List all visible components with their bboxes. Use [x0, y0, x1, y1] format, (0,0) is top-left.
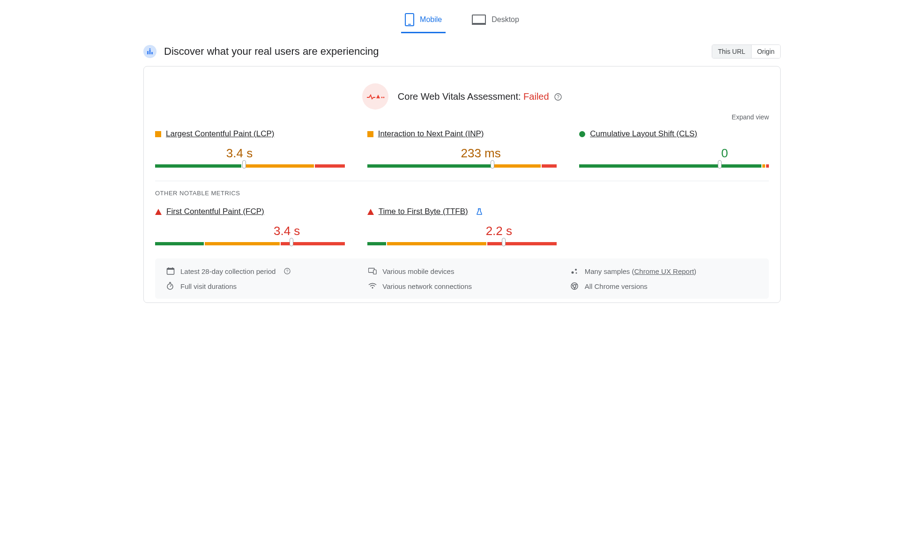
footer-durations: Full visit durations [180, 282, 237, 290]
status-good-icon [579, 131, 585, 137]
percentile-marker [242, 160, 246, 169]
svg-rect-4 [147, 51, 149, 54]
flask-icon [476, 208, 483, 215]
tab-mobile-label: Mobile [420, 15, 442, 24]
bar-needs-improvement [242, 164, 313, 168]
desktop-icon [472, 15, 486, 25]
help-icon[interactable]: ? [554, 93, 562, 101]
bar-good [155, 164, 241, 168]
assessment-status: Failed [523, 91, 549, 102]
footer-samples: Many samples (Chrome UX Report) [585, 267, 696, 275]
metric-fcp-bar [155, 240, 345, 245]
status-fail-icon [367, 209, 374, 215]
scope-toggle: This URL Origin [712, 44, 781, 59]
svg-rect-7 [151, 52, 153, 54]
bar-good [367, 242, 386, 245]
devices-icon [368, 267, 377, 275]
divider [155, 181, 769, 181]
stopwatch-icon [166, 282, 175, 290]
calendar-icon [166, 267, 175, 275]
status-warn-icon [155, 131, 161, 137]
page-title: Discover what your real users are experi… [164, 45, 379, 58]
metric-lcp-name[interactable]: Largest Contentful Paint (LCP) [166, 129, 275, 139]
tab-mobile[interactable]: Mobile [401, 8, 446, 33]
bar-needs-improvement [492, 164, 541, 168]
bar-poor [315, 164, 345, 168]
svg-point-9 [381, 97, 382, 98]
svg-rect-21 [373, 270, 376, 274]
crux-report-link[interactable]: Chrome UX Report [634, 267, 694, 275]
svg-point-22 [571, 272, 574, 274]
svg-rect-1 [408, 24, 411, 25]
other-metrics-label: Other Notable Metrics [155, 190, 769, 197]
metric-lcp-value: 3.4 s [164, 146, 353, 161]
scope-this-url[interactable]: This URL [712, 45, 751, 58]
metric-fcp: First Contentful Paint (FCP) 3.4 s [155, 207, 345, 245]
svg-rect-5 [149, 50, 151, 54]
metric-inp: Interaction to Next Paint (INP) 233 ms [367, 129, 557, 168]
metric-fcp-value: 3.4 s [164, 224, 353, 238]
svg-rect-3 [472, 23, 486, 25]
svg-marker-8 [376, 95, 380, 98]
footer-devices: Various mobile devices [382, 267, 454, 275]
svg-point-23 [575, 269, 577, 271]
metric-ttfb-value: 2.2 s [376, 224, 566, 238]
svg-point-6 [149, 48, 151, 50]
tab-desktop[interactable]: Desktop [468, 8, 523, 33]
bar-good [367, 164, 491, 168]
tab-desktop-label: Desktop [492, 15, 519, 24]
expand-view-button[interactable]: Expand view [155, 113, 769, 121]
status-fail-icon [155, 209, 162, 215]
footer-network: Various network connections [382, 282, 472, 290]
bar-poor [542, 164, 557, 168]
assessment-text: Core Web Vitals Assessment: Failed ? [398, 91, 562, 102]
metric-lcp: Largest Contentful Paint (LCP) 3.4 s [155, 129, 345, 168]
field-data-footer: Latest 28-day collection period ? Variou… [155, 258, 769, 299]
assessment-status-icon [362, 83, 388, 110]
metric-cls-name[interactable]: Cumulative Layout Shift (CLS) [590, 129, 697, 139]
scatter-icon [571, 267, 579, 275]
percentile-marker [502, 238, 506, 246]
metric-lcp-bar [155, 162, 345, 168]
metric-inp-bar [367, 162, 557, 168]
metric-ttfb-name[interactable]: Time to First Byte (TTFB) [379, 207, 468, 216]
svg-point-28 [372, 287, 373, 288]
metric-ttfb: Time to First Byte (TTFB) 2.2 s [367, 207, 557, 245]
field-data-card: Core Web Vitals Assessment: Failed ? Exp… [143, 66, 781, 303]
crux-logo-icon [143, 45, 156, 58]
percentile-marker [718, 160, 722, 169]
svg-rect-17 [172, 267, 173, 269]
bar-needs-improvement [205, 242, 280, 245]
bar-good [155, 242, 204, 245]
metric-fcp-name[interactable]: First Contentful Paint (FCP) [166, 207, 264, 216]
percentile-marker [491, 160, 494, 169]
help-icon[interactable]: ? [284, 268, 291, 274]
bar-needs-improvement [387, 242, 486, 245]
svg-rect-26 [169, 282, 171, 283]
svg-rect-2 [472, 15, 485, 23]
mobile-icon [405, 13, 414, 26]
metric-inp-value: 233 ms [376, 146, 566, 161]
metric-inp-name[interactable]: Interaction to Next Paint (INP) [378, 129, 484, 139]
svg-text:?: ? [557, 95, 559, 100]
svg-text:?: ? [286, 269, 289, 273]
assessment-label: Core Web Vitals Assessment: [398, 91, 521, 102]
chrome-icon [571, 282, 579, 290]
svg-rect-15 [167, 268, 174, 270]
percentile-marker [290, 238, 293, 246]
footer-period: Latest 28-day collection period [180, 267, 276, 275]
svg-line-27 [170, 285, 171, 287]
bar-poor [766, 164, 769, 168]
footer-chrome: All Chrome versions [585, 282, 648, 290]
status-warn-icon [367, 131, 373, 137]
bar-poor [487, 242, 557, 245]
device-tabs: Mobile Desktop [143, 8, 781, 33]
metric-cls-bar [579, 162, 769, 168]
metric-ttfb-bar [367, 240, 557, 245]
metric-cls-value: 0 [588, 146, 777, 161]
wifi-icon [368, 283, 377, 289]
bar-good [579, 164, 761, 168]
svg-rect-16 [168, 267, 169, 269]
bar-needs-improvement [762, 164, 765, 168]
scope-origin[interactable]: Origin [751, 45, 780, 58]
